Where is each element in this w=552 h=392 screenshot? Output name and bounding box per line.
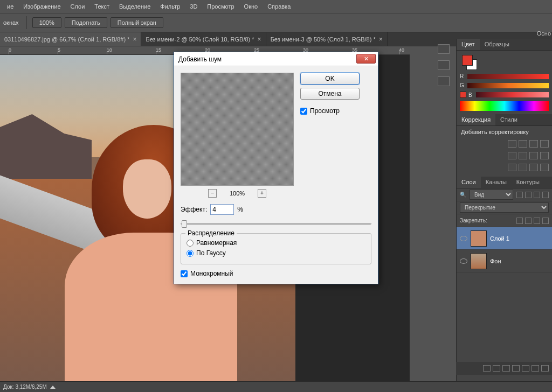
zoom-in-button[interactable]: + [258, 189, 266, 198]
r-slider[interactable] [467, 74, 549, 79]
menu-item-window[interactable]: Окно [239, 1, 263, 12]
layer-thumbnail[interactable] [471, 253, 487, 269]
close-icon[interactable]: × [379, 36, 383, 43]
status-menu-icon[interactable] [50, 386, 56, 389]
amount-slider[interactable] [181, 219, 371, 228]
gaussian-radio-input[interactable] [187, 250, 194, 257]
fit-button[interactable]: Подогнать [65, 17, 107, 28]
layer-row[interactable]: Слой 1 [457, 227, 552, 250]
dialog-titlebar[interactable]: Добавить шум ✕ [174, 52, 378, 66]
mask-icon[interactable] [502, 365, 510, 372]
preview-checkbox-input[interactable] [300, 108, 307, 115]
exposure-icon[interactable] [540, 140, 549, 148]
menu-item-image[interactable]: Изображение [18, 1, 65, 12]
tab-paths[interactable]: Контуры [512, 177, 544, 188]
menu-item-filter[interactable]: Фильтр [155, 1, 185, 12]
layer-name[interactable]: Слой 1 [490, 235, 509, 242]
curves-icon[interactable] [529, 140, 538, 148]
menu-item[interactable]: ие [2, 1, 18, 12]
link-icon[interactable] [483, 365, 491, 372]
options-bar: окнах 100% Подогнать Полный экран [0, 13, 552, 32]
layer-name[interactable]: Фон [490, 258, 501, 264]
history-icon[interactable] [438, 44, 450, 54]
lock-label: Закрепить: [460, 218, 487, 223]
document-tab[interactable]: Без имени-2 @ 50% (Слой 10, RGB/8) *× [141, 32, 266, 46]
close-icon[interactable]: × [133, 36, 136, 43]
gaussian-radio[interactable]: По Гауссу [187, 249, 365, 257]
ok-button[interactable]: OK [300, 73, 360, 85]
lock-icon[interactable] [542, 218, 549, 224]
menu-item-layers[interactable]: Слои [66, 1, 90, 12]
filter-icon[interactable] [516, 192, 523, 198]
lock-all-icon[interactable] [534, 218, 540, 224]
visibility-icon[interactable] [460, 258, 467, 264]
amount-input[interactable] [210, 204, 234, 215]
gradient-map-icon[interactable] [540, 164, 549, 171]
levels-icon[interactable] [519, 140, 527, 148]
menu-item-text[interactable]: Текст [89, 1, 114, 12]
blend-mode-select[interactable]: Перекрытие [460, 202, 549, 213]
tab-swatches[interactable]: Образцы [480, 39, 514, 50]
brightness-icon[interactable] [508, 140, 516, 148]
amount-label: Эффект: [181, 206, 207, 213]
g-slider[interactable] [467, 83, 549, 88]
document-tab[interactable]: 03110496827.jpg @ 66,7% (Слой 1, RGB/8#)… [0, 32, 141, 46]
tab-adjustments[interactable]: Коррекция [457, 114, 495, 125]
adjustment-layer-icon[interactable] [512, 365, 520, 372]
cancel-button[interactable]: Отмена [300, 88, 360, 100]
slider-knob[interactable] [182, 220, 187, 228]
g-label: G [460, 82, 465, 88]
color-panel: R G B [457, 51, 552, 114]
layer-thumbnail[interactable] [471, 230, 487, 247]
preview-checkbox[interactable]: Просмотр [300, 107, 371, 115]
fx-icon[interactable] [493, 365, 500, 372]
preview-area[interactable] [181, 73, 294, 186]
threshold-icon[interactable] [529, 164, 538, 171]
posterize-icon[interactable] [519, 164, 527, 171]
close-icon[interactable]: × [258, 36, 261, 43]
document-tab[interactable]: Без имени-3 @ 50% (Слой 1, RGB/8) *× [266, 32, 388, 46]
zoom-value: 100% [230, 190, 245, 197]
tab-styles[interactable]: Стили [495, 114, 522, 125]
lut-icon[interactable] [540, 152, 549, 159]
zoom-out-button[interactable]: − [208, 189, 217, 198]
photo-filter-icon[interactable] [519, 152, 527, 159]
menu-item-3d[interactable]: 3D [185, 1, 202, 12]
visibility-icon[interactable] [460, 236, 467, 241]
tab-layers[interactable]: Слои [457, 177, 481, 188]
uniform-radio[interactable]: Равномерная [187, 239, 365, 247]
paragraph-icon[interactable] [438, 76, 450, 86]
tab-channels[interactable]: Каналы [481, 177, 512, 188]
monochrome-checkbox[interactable] [181, 270, 188, 277]
menu-item-select[interactable]: Выделение [114, 1, 155, 12]
zoom-100-button[interactable]: 100% [32, 17, 61, 28]
uniform-radio-input[interactable] [187, 240, 194, 247]
bw-icon[interactable] [508, 152, 516, 159]
gamut-warning-icon[interactable] [460, 92, 466, 98]
close-button[interactable]: ✕ [356, 54, 376, 64]
separator [26, 16, 27, 29]
filter-kind-select[interactable]: Вид [470, 190, 513, 200]
search-icon[interactable]: 🔍 [460, 192, 466, 198]
group-icon[interactable] [522, 365, 529, 372]
filter-icon[interactable] [542, 192, 549, 198]
foreground-swatch[interactable] [462, 55, 473, 66]
amount-unit: % [237, 206, 243, 213]
filter-icon[interactable] [525, 192, 532, 198]
new-layer-icon[interactable] [532, 365, 539, 372]
trash-icon[interactable] [541, 365, 549, 372]
layer-row[interactable]: Фон [457, 250, 552, 272]
lock-pixels-icon[interactable] [516, 218, 523, 224]
filter-icon[interactable] [534, 192, 540, 198]
channel-mixer-icon[interactable] [529, 152, 538, 159]
spectrum-ramp[interactable] [460, 101, 549, 111]
fullscreen-button[interactable]: Полный экран [111, 17, 163, 28]
tab-color[interactable]: Цвет [457, 39, 480, 50]
distribution-group: Распределение Равномерная По Гауссу [181, 233, 371, 264]
menu-item-view[interactable]: Просмотр [202, 1, 239, 12]
menu-item-help[interactable]: Справка [263, 1, 295, 12]
invert-icon[interactable] [508, 164, 516, 171]
b-slider[interactable] [476, 92, 549, 97]
lock-position-icon[interactable] [525, 218, 532, 224]
character-icon[interactable] [438, 60, 450, 70]
